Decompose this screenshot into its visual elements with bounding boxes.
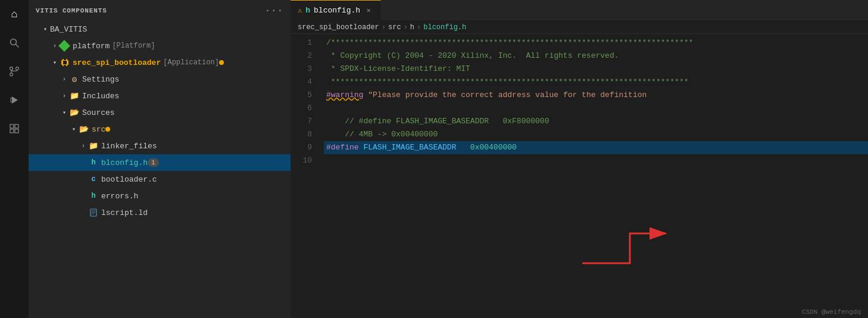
srec-modified-dot [219,60,224,65]
sources-folder-icon: 📂 [69,107,80,118]
svg-marker-6 [12,96,18,104]
code-line-2: * Copyright (C) 2004 - 2020 Xilinx, Inc.… [324,49,868,63]
line-num-3: 3 [291,63,312,76]
search-icon[interactable] [5,33,24,52]
code-line-5: #warning "Please provide the correct add… [324,89,868,102]
sidebar-item-ba-vitis[interactable]: BA_VITIS [29,21,291,38]
sidebar-item-blconfig-h[interactable]: h blconfig.h 1 [29,154,291,171]
blconfig-h-icon: h [88,157,99,168]
sources-label: Sources [82,108,115,117]
code-line-9: #define FLASH_IMAGE_BASEADDR 0x00400000 [324,141,868,154]
sidebar-item-bootloader-c[interactable]: c bootloader.c [29,171,291,188]
chip-icon [60,57,70,68]
line-num-8: 8 [291,128,312,141]
src-label: src [92,125,105,134]
svg-rect-10 [10,124,14,128]
lscript-ld-label: lscript.ld [101,208,148,217]
code-line-1: /***************************************… [324,36,868,49]
sidebar-item-src[interactable]: 📂 src [29,121,291,138]
src-modified-dot [105,127,110,132]
code-line-3: * SPDX-License-Identifier: MIT [324,63,868,76]
tab-h-icon: h [305,6,310,15]
svg-line-1 [16,45,19,48]
line-num-5: 5 [291,89,312,102]
breadcrumb-sep-3: › [417,23,421,32]
breadcrumb-src: src [388,23,401,32]
sidebar-item-lscript-ld[interactable]: lscript.ld [29,204,291,221]
code-line-4: ****************************************… [324,76,868,89]
breadcrumb-project: srec_spi_bootloader [298,23,379,32]
svg-rect-20 [90,209,96,216]
line-num-1: 1 [291,36,312,49]
blconfig-badge: 1 [148,158,159,167]
srec-label: srec_spi_bootloader [73,58,161,67]
line-num-4: 4 [291,76,312,89]
code-area: 1 2 3 4 5 6 7 8 9 10 /******************… [291,34,868,318]
breadcrumb-h: h [410,23,414,32]
chevron-sources [60,108,69,117]
breadcrumb-sep-1: › [382,23,386,32]
bootloader-c-label: bootloader.c [101,175,157,184]
includes-label: Includes [82,92,119,101]
sidebar: VITIS COMPONENTS ··· BA_VITIS platform [… [29,0,291,318]
src-folder-icon: 📂 [79,124,89,135]
line-num-10: 10 [291,154,312,167]
svg-rect-16 [66,59,67,60]
ba-vitis-label: BA_VITIS [50,25,87,34]
bootloader-c-icon: c [88,174,99,185]
chevron-settings [60,74,69,84]
chevron-srec [50,58,60,67]
linker-folder-icon: 📁 [88,141,99,151]
code-line-7: // #define FLASH_IMAGE_BASEADDR 0xF80000… [324,115,868,128]
line-num-2: 2 [291,49,312,63]
svg-point-2 [10,67,13,70]
chevron-src [69,124,79,134]
sidebar-title: VITIS COMPONENTS [36,7,107,14]
editor-area: ⚠ h blconfig.h ✕ srec_spi_bootloader › s… [291,0,868,318]
settings-icon: ⚙ [69,74,80,85]
sidebar-item-linker-files[interactable]: 📁 linker_files [29,138,291,154]
tab-warning-icon: ⚠ [298,6,302,15]
settings-label: Settings [82,75,119,84]
source-control-icon[interactable] [5,62,24,81]
sidebar-item-platform[interactable]: platform [Platform] [29,38,291,54]
sidebar-item-settings[interactable]: ⚙ Settings [29,71,291,88]
tab-bar: ⚠ h blconfig.h ✕ [291,0,868,21]
line-num-9: 9 [291,141,312,154]
svg-point-4 [10,73,13,76]
lscript-ld-icon [88,207,99,218]
code-line-8: // 4MB -> 0x00400000 [324,128,868,141]
home-icon[interactable]: ⌂ [5,5,24,24]
more-actions-icon[interactable]: ··· [265,5,283,16]
linker-files-label: linker_files [101,142,157,151]
sidebar-header-actions: ··· [265,5,283,16]
sidebar-header: VITIS COMPONENTS ··· [29,0,291,21]
svg-rect-12 [10,129,14,133]
breadcrumb-sep-2: › [404,23,408,32]
tab-close-button[interactable]: ✕ [364,6,373,15]
line-num-6: 6 [291,102,312,115]
svg-rect-13 [15,129,18,133]
svg-point-3 [16,67,19,70]
tab-blconfig-h[interactable]: ⚠ h blconfig.h ✕ [291,0,381,20]
sidebar-item-errors-h[interactable]: h errors.h [29,188,291,204]
breadcrumb-filename: blconfig.h [423,23,466,32]
platform-diamond-icon [60,40,70,51]
sidebar-item-sources[interactable]: 📂 Sources [29,104,291,121]
platform-label: platform [73,42,110,51]
svg-rect-11 [15,124,18,128]
line-num-7: 7 [291,115,312,128]
chevron-ba-vitis [40,24,50,34]
svg-rect-18 [66,65,67,66]
extensions-icon[interactable] [5,119,24,138]
includes-folder-icon: 📁 [69,91,80,101]
svg-rect-19 [63,61,67,64]
breadcrumb: srec_spi_bootloader › src › h › blconfig… [291,21,868,34]
chevron-includes [60,91,69,101]
run-debug-icon[interactable] [5,91,24,110]
code-content[interactable]: /***************************************… [319,34,868,318]
platform-badge: [Platform] [112,42,155,50]
sidebar-tree: BA_VITIS platform [Platform] srec_spi_bo… [29,21,291,318]
sidebar-item-srec-bootloader[interactable]: srec_spi_bootloader [Application] [29,54,291,71]
sidebar-item-includes[interactable]: 📁 Includes [29,88,291,104]
